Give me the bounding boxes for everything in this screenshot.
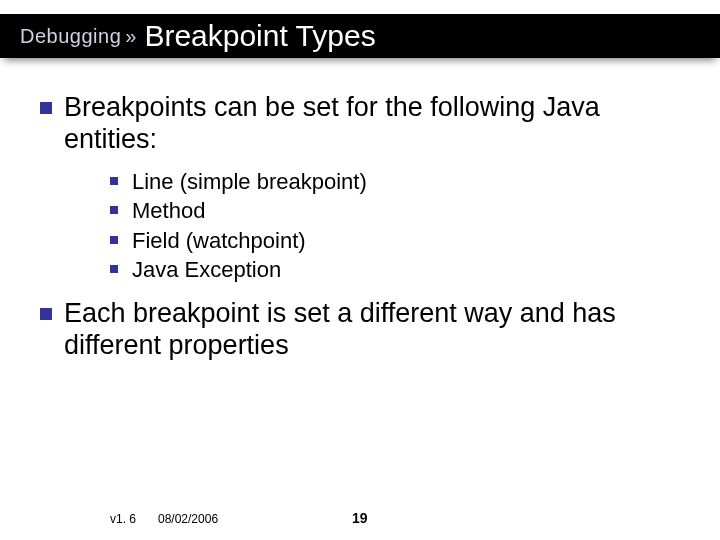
list-item: Breakpoints can be set for the following…: [40, 92, 668, 156]
title-bar: Debugging » Breakpoint Types: [0, 14, 720, 58]
page-title: Breakpoint Types: [144, 19, 375, 53]
list-item: Field (watchpoint): [110, 227, 668, 255]
breadcrumb-separator: »: [125, 25, 136, 48]
bullet-text: Java Exception: [132, 256, 281, 284]
list-item: Each breakpoint is set a different way a…: [40, 298, 668, 362]
list-item: Java Exception: [110, 256, 668, 284]
bullet-text: Method: [132, 197, 205, 225]
square-bullet-icon: [40, 102, 54, 156]
version-label: v1. 6: [110, 512, 136, 526]
bullet-text: Line (simple breakpoint): [132, 168, 367, 196]
square-bullet-icon: [110, 177, 122, 196]
square-bullet-icon: [110, 206, 122, 225]
sub-list: Line (simple breakpoint) Method Field (w…: [110, 168, 668, 284]
bullet-text: Each breakpoint is set a different way a…: [64, 298, 668, 362]
breadcrumb: Debugging: [20, 25, 121, 48]
bullet-text: Field (watchpoint): [132, 227, 306, 255]
content-area: Breakpoints can be set for the following…: [0, 78, 720, 361]
bullet-text: Breakpoints can be set for the following…: [64, 92, 668, 156]
square-bullet-icon: [40, 308, 54, 362]
slide: Debugging » Breakpoint Types Breakpoints…: [0, 0, 720, 540]
square-bullet-icon: [110, 236, 122, 255]
date-label: 08/02/2006: [158, 512, 218, 526]
list-item: Method: [110, 197, 668, 225]
page-number: 19: [352, 510, 368, 526]
list-item: Line (simple breakpoint): [110, 168, 668, 196]
square-bullet-icon: [110, 265, 122, 284]
